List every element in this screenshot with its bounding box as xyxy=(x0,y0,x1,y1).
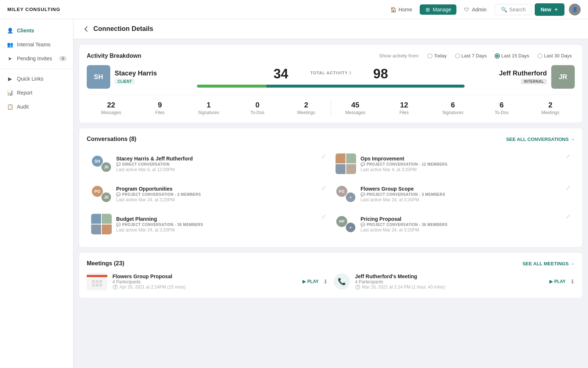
see-all-meetings[interactable]: SEE ALL MEETINGS → xyxy=(523,261,575,266)
conv6-avatars: PP + xyxy=(336,215,356,233)
stat-left-meetings: 2 Meetings xyxy=(282,101,331,115)
activity-title: Activity Breakdown xyxy=(87,53,141,59)
chat-icon-3: 💬 xyxy=(116,192,121,197)
chat-icon: 💬 xyxy=(116,162,121,166)
expand-icon-2[interactable]: ⤢ xyxy=(566,153,570,160)
chat-icon-5: 💬 xyxy=(116,223,121,227)
filter-last7[interactable]: Last 7 Days xyxy=(452,52,490,59)
search-icon: 🔍 xyxy=(501,7,507,13)
home-icon: 🏠 xyxy=(390,7,396,13)
download-icon-1: ⬇ xyxy=(323,279,328,285)
meeting-item-2: 📞 Jeff Rutherford's Meeting 4 Partecipan… xyxy=(334,273,575,290)
person-left: SH Stacey Harris CLIENT xyxy=(87,65,190,89)
conversations-title: Conversations (8) xyxy=(87,136,136,142)
download-button-1[interactable]: ⬇ xyxy=(323,278,328,285)
right-count: 98 xyxy=(373,66,388,82)
conversation-item-5[interactable]: Budget Planning 💬 PROJECT CONVERSATION -… xyxy=(87,209,330,240)
nav-home[interactable]: 🏠 Home xyxy=(385,4,417,15)
conv3-avatars: PO JR xyxy=(91,185,112,203)
progress-right xyxy=(266,85,465,88)
see-all-conversations[interactable]: SEE ALL CONVERSATIONS → xyxy=(506,137,575,142)
play-button-1[interactable]: ▶ PLAY xyxy=(302,279,319,284)
bookmark-icon: ▶ xyxy=(7,75,13,82)
conv5-info: Budget Planning 💬 PROJECT CONVERSATION -… xyxy=(116,216,326,233)
layout: 👤 Clients 👥 Internal Teams ➤ Pending Inv… xyxy=(0,19,588,368)
nav-items: 🏠 Home ⊞ Manage 🛡 Admin xyxy=(385,4,492,15)
expand-icon-1[interactable]: ⤢ xyxy=(321,153,326,160)
stats-row: 22 Messages 9 Files 1 Signatures 0 To-Do… xyxy=(87,95,575,115)
person-right: Jeff Rutherford INTERNAL JR xyxy=(472,65,575,89)
meetings-header: Meetings (23) SEE ALL MEETINGS → xyxy=(87,260,575,267)
filter-today[interactable]: Today xyxy=(424,52,450,59)
sidebar: 👤 Clients 👥 Internal Teams ➤ Pending Inv… xyxy=(0,19,74,368)
meeting1-info: Flowers Group Proposal 4 Partecipants 🕐 … xyxy=(112,273,297,290)
sidebar-item-report[interactable]: 📊 Report xyxy=(0,86,73,100)
page-title: Connection Details xyxy=(93,25,153,33)
conversation-item-3[interactable]: PO JR Program Opportunities 💬 PROJECT CO… xyxy=(87,180,330,208)
new-button[interactable]: New ＋ xyxy=(535,3,564,16)
stat-right-meetings: 2 Meetings xyxy=(526,101,575,115)
conv4-avatars: FG + xyxy=(336,185,356,203)
person-right-badge: INTERNAL xyxy=(521,79,547,84)
sidebar-item-clients[interactable]: 👤 Clients xyxy=(0,24,73,38)
person-left-name: Stacey Harris xyxy=(115,70,157,77)
conversations-section: Conversations (8) SEE ALL CONVERSATIONS … xyxy=(79,128,582,247)
conversations-grid: SH JR Stacey Harris & Jeff Rutherford 💬 … xyxy=(87,148,575,240)
meetings-title: Meetings (23) xyxy=(87,260,124,267)
stat-left-files: 9 Files xyxy=(136,101,184,115)
nav-admin[interactable]: 🛡 Admin xyxy=(459,4,492,15)
progress-bar xyxy=(197,85,465,88)
stat-left-signatures: 1 Signatures xyxy=(184,101,233,115)
expand-icon-5[interactable]: ⤢ xyxy=(321,213,326,220)
circle-user-icon: 👤 xyxy=(7,27,13,34)
chat-icon-4: 💬 xyxy=(361,192,365,197)
stacey-avatar: SH xyxy=(87,65,110,89)
conversation-item-4[interactable]: FG + Flowers Group Scope 💬 PROJECT CONVE… xyxy=(331,180,575,208)
jeff-avatar: JR xyxy=(551,65,575,89)
left-count: 34 xyxy=(273,66,288,82)
progress-left xyxy=(197,85,266,88)
pending-badge: 9 xyxy=(59,56,67,61)
play-button-2[interactable]: ▶ PLAY xyxy=(549,279,566,284)
stat-right-messages: 45 Messages xyxy=(331,101,380,115)
expand-icon-4[interactable]: ⤢ xyxy=(566,184,570,191)
expand-icon-6[interactable]: ⤢ xyxy=(566,213,570,220)
meeting1-actions: ▶ PLAY ⬇ xyxy=(302,278,328,285)
user-avatar[interactable]: 👤 xyxy=(569,4,581,15)
conv3-info: Program Opportunities 💬 PROJECT CONVERSA… xyxy=(116,186,326,202)
meetings-section: Meetings (23) SEE ALL MEETINGS → Flowers… xyxy=(79,253,582,298)
page-header: Connection Details xyxy=(74,19,588,39)
person-left-badge: CLIENT xyxy=(115,79,135,84)
filter-label: Show activity from: xyxy=(379,53,419,59)
send-icon: ➤ xyxy=(7,55,13,62)
clock-icon-1: 🕐 xyxy=(112,284,118,290)
plus-icon: ＋ xyxy=(553,6,559,13)
sidebar-item-quick-links[interactable]: ▶ Quick Links xyxy=(0,72,73,86)
expand-icon-3[interactable]: ⤢ xyxy=(321,184,326,191)
filter-last15[interactable]: Last 15 Days xyxy=(492,52,532,59)
chat-icon-2: 💬 xyxy=(361,162,365,166)
total-activity-label: TOTAL ACTIVITY ℹ xyxy=(310,71,351,78)
nav-manage[interactable]: ⊞ Manage xyxy=(420,4,457,15)
conv1-info: Stacey Harris & Jeff Rutherford 💬 DIRECT… xyxy=(116,156,326,172)
stat-left-messages: 22 Messages xyxy=(87,101,136,115)
play-icon-1: ▶ xyxy=(302,279,306,284)
conv2-avatars xyxy=(336,153,356,174)
stat-right-signatures: 6 Signatures xyxy=(429,101,477,115)
filter-last30[interactable]: Last 30 Days xyxy=(534,52,575,59)
sidebar-item-internal-teams[interactable]: 👥 Internal Teams xyxy=(0,38,73,52)
conversation-item-6[interactable]: PP + Pricing Proposal 💬 PROJECT CONVERSA… xyxy=(331,209,575,240)
users-icon: 👥 xyxy=(7,41,13,48)
sidebar-divider xyxy=(0,68,73,69)
person-right-info: Jeff Rutherford INTERNAL xyxy=(499,70,547,84)
conversation-item-2[interactable]: Ops Improvement 💬 PROJECT CONVERSATION -… xyxy=(331,148,575,179)
sidebar-item-audit[interactable]: 📋 Audit xyxy=(0,100,73,114)
search-button[interactable]: 🔍 Search xyxy=(495,4,532,15)
play-icon-2: ▶ xyxy=(549,279,553,284)
back-button[interactable] xyxy=(82,25,90,33)
download-button-2[interactable]: ⬇ xyxy=(570,278,575,285)
conversation-item-1[interactable]: SH JR Stacey Harris & Jeff Rutherford 💬 … xyxy=(87,148,330,179)
conv5-avatars xyxy=(91,214,112,234)
sidebar-item-pending-invites[interactable]: ➤ Pending Invites 9 xyxy=(0,52,73,66)
chat-icon-6: 💬 xyxy=(361,223,365,227)
